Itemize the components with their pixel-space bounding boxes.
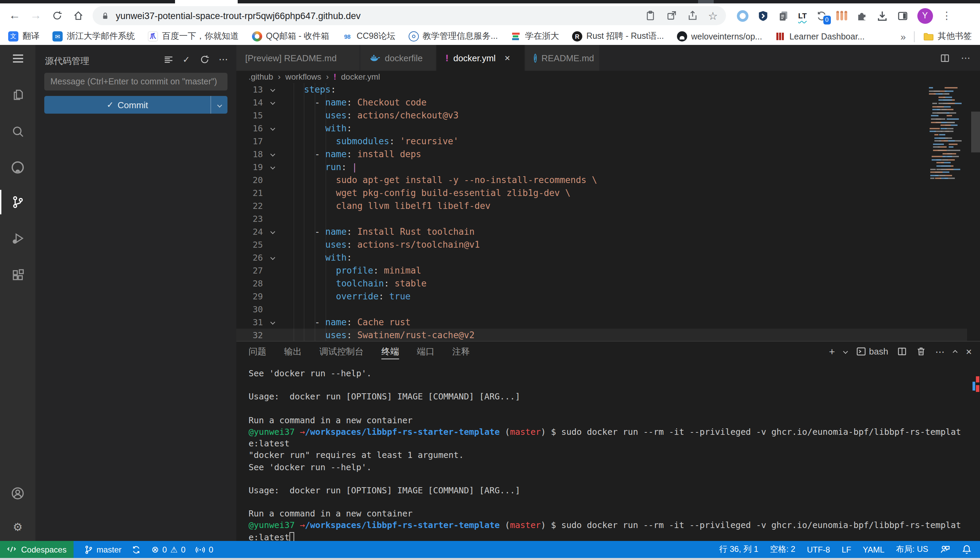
forward-icon[interactable]: → <box>27 7 45 25</box>
code-line[interactable]: 14 - name: Checkout code <box>236 96 980 109</box>
eol[interactable]: LF <box>842 545 851 554</box>
code-line[interactable]: 13 steps: <box>236 83 980 96</box>
fold-icon[interactable] <box>263 230 283 233</box>
bell-icon[interactable] <box>962 544 972 555</box>
source-control-icon[interactable] <box>0 188 35 216</box>
split-editor-icon[interactable] <box>940 53 950 63</box>
url-text[interactable]: yunwei37-potential-space-trout-rpr5qwj66… <box>116 10 645 21</box>
close-icon[interactable]: × <box>505 52 510 63</box>
gear-icon[interactable]: ⚙ <box>0 513 35 540</box>
maximize-panel-icon[interactable] <box>953 350 957 353</box>
language-mode[interactable]: YAML <box>863 545 885 554</box>
indentation[interactable]: 空格: 2 <box>770 544 796 555</box>
pages-extension-icon[interactable] <box>778 10 789 22</box>
branch-indicator[interactable]: master <box>84 545 121 554</box>
fold-icon[interactable] <box>263 152 283 156</box>
account-icon[interactable] <box>0 480 35 507</box>
commit-message-input[interactable]: Message (Ctrl+Enter to commit on "master… <box>44 73 227 90</box>
browser-menu-icon[interactable]: ⋮ <box>942 10 952 22</box>
refresh-extension-icon[interactable]: 0 <box>816 10 827 22</box>
remote-indicator[interactable]: Codespaces <box>0 541 73 558</box>
code-line[interactable]: 19 run: | <box>236 161 980 173</box>
bookmark-item[interactable]: 教学管理信息服务... <box>408 31 498 42</box>
other-bookmarks-folder[interactable]: 其他书签 <box>923 31 972 42</box>
breadcrumb-item[interactable]: workflows <box>285 72 321 82</box>
view-as-list-icon[interactable] <box>163 54 174 65</box>
code-line[interactable]: 30 <box>236 303 980 316</box>
code-line[interactable]: 28 toolchain: stable <box>236 277 980 290</box>
bookmarks-overflow-icon[interactable]: » <box>900 31 906 42</box>
panel-tab-端口[interactable]: 端口 <box>417 342 435 361</box>
close-panel-icon[interactable]: × <box>966 346 972 357</box>
clipboard-icon[interactable] <box>645 10 656 21</box>
encoding[interactable]: UTF-8 <box>807 545 830 554</box>
code-editor[interactable]: 13 steps:14 - name: Checkout code15 uses… <box>236 83 980 341</box>
fold-icon[interactable] <box>263 256 283 259</box>
tab-dockerfile[interactable]: dockerfile <box>360 45 436 71</box>
code-line[interactable]: 23 <box>236 212 980 225</box>
code-line[interactable]: 29 override: true <box>236 290 980 303</box>
fold-icon[interactable] <box>263 165 283 169</box>
code-line[interactable]: 17 submodules: 'recursive' <box>236 135 980 148</box>
bookmark-item[interactable]: 学在浙大 <box>511 31 559 42</box>
bookmark-star-icon[interactable]: ☆ <box>708 9 718 22</box>
explorer-icon[interactable] <box>0 81 35 108</box>
refresh-icon[interactable] <box>48 7 66 25</box>
bookmark-item[interactable]: 文翻译 <box>8 31 40 42</box>
code-line[interactable]: 31 - name: Cache rust <box>236 316 980 328</box>
fold-icon[interactable] <box>263 127 283 130</box>
panel-tab-注释[interactable]: 注释 <box>452 342 470 361</box>
address-bar[interactable]: yunwei37-potential-space-trout-rpr5qwj66… <box>93 6 726 25</box>
side-panel-icon[interactable] <box>896 10 908 22</box>
code-line[interactable]: 26 with: <box>236 251 980 264</box>
bullets-extension-icon[interactable] <box>836 11 847 20</box>
profile-avatar[interactable]: Y <box>917 8 933 23</box>
ports-indicator[interactable]: 0 <box>196 545 213 554</box>
share-icon[interactable] <box>687 10 698 21</box>
menu-icon[interactable] <box>0 45 35 72</box>
commit-dropdown-button[interactable] <box>211 96 227 113</box>
breadcrumb[interactable]: .github›workflows›!docker.yml <box>236 71 980 83</box>
ring-extension-icon[interactable] <box>737 10 748 22</box>
puzzle-extensions-icon[interactable] <box>856 10 867 22</box>
fold-icon[interactable] <box>263 88 283 91</box>
code-line[interactable]: 20 sudo apt-get install -y --no-install-… <box>236 173 980 187</box>
code-line[interactable]: 21 wget pkg-config build-essential zlib1… <box>236 187 980 199</box>
code-line[interactable]: 27 profile: minimal <box>236 264 980 277</box>
back-icon[interactable]: ← <box>5 7 24 25</box>
refresh-repo-icon[interactable] <box>199 54 210 65</box>
keyboard-layout[interactable]: 布局: US <box>896 544 928 555</box>
code-line[interactable]: 22 clang llvm libelf1 libelf-dev <box>236 199 980 212</box>
shield-extension-icon[interactable] <box>757 10 769 22</box>
run-debug-icon[interactable] <box>0 225 35 252</box>
sync-button[interactable] <box>132 545 141 554</box>
languagetool-icon[interactable]: LT <box>798 12 807 20</box>
fold-icon[interactable] <box>263 101 283 104</box>
bookmark-item[interactable]: weloveinterns/op... <box>677 31 762 42</box>
panel-tab-终端[interactable]: 终端 <box>381 342 399 361</box>
panel-tab-问题[interactable]: 问题 <box>249 342 266 361</box>
minimap[interactable] <box>929 83 967 341</box>
new-terminal-button[interactable]: + <box>829 346 835 357</box>
terminal-shell-item[interactable]: bash <box>856 346 888 357</box>
tab-docker-yml[interactable]: !docker.yml× <box>436 45 525 71</box>
terminal-dropdown-icon[interactable] <box>844 350 847 353</box>
bookmark-item[interactable]: 爪百度一下，你就知道 <box>148 31 239 42</box>
editor-more-icon[interactable]: ⋯ <box>961 52 970 63</box>
home-icon[interactable] <box>69 7 87 25</box>
terminal-output[interactable]: See 'docker run --help'.Usage: docker ru… <box>249 367 976 541</box>
kill-terminal-icon[interactable] <box>916 346 926 357</box>
github-icon[interactable] <box>0 154 35 181</box>
horizontal-scrollbar[interactable] <box>236 328 967 341</box>
code-line[interactable]: 24 - name: Install Rust toolchain <box>236 225 980 238</box>
breadcrumb-item[interactable]: .github <box>249 72 273 82</box>
bookmark-item[interactable]: RRust 招聘 - Rust语... <box>572 31 664 42</box>
feedback-icon[interactable] <box>940 544 950 555</box>
open-in-new-icon[interactable] <box>666 10 677 21</box>
code-line[interactable]: 18 - name: install deps <box>236 148 980 161</box>
extensions-icon[interactable] <box>0 261 35 288</box>
bookmark-item[interactable]: QQ邮箱 - 收件箱 <box>252 31 329 42</box>
tab-readme-md[interactable]: iREADME.md <box>525 45 600 71</box>
download-icon[interactable] <box>876 10 888 22</box>
code-line[interactable]: 25 uses: actions-rs/toolchain@v1 <box>236 238 980 251</box>
